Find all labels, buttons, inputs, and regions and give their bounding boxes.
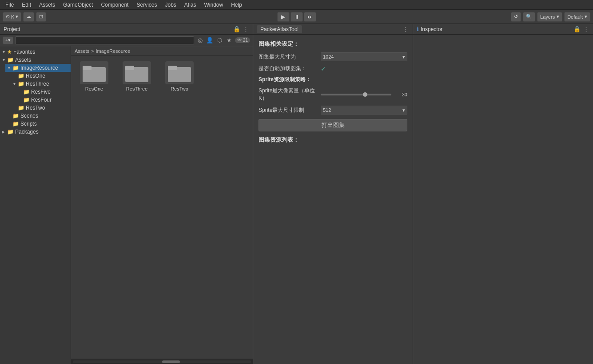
form-row-autoload: 是否自动加载图集： ✓ bbox=[259, 65, 407, 72]
tree-item-scenes[interactable]: 📁 Scenes bbox=[5, 112, 71, 120]
label-resfive: ResFive bbox=[31, 89, 51, 95]
menu-services[interactable]: Services bbox=[133, 1, 160, 9]
search-input[interactable] bbox=[15, 36, 194, 44]
inspector-tab-icons: 🔒 ⋮ bbox=[573, 26, 589, 33]
step-button[interactable]: ⏭ bbox=[304, 12, 316, 22]
play-button[interactable]: ▶ bbox=[277, 12, 290, 22]
history-button[interactable]: ↺ bbox=[511, 12, 521, 22]
step-icon: ⏭ bbox=[307, 14, 313, 20]
file-item-resone[interactable]: ResOne bbox=[76, 61, 112, 91]
label-packages: Packages bbox=[15, 129, 39, 135]
packer-section1-title: 图集相关设定： bbox=[259, 40, 407, 48]
menu-edit[interactable]: Edit bbox=[18, 1, 35, 9]
label-sprite-strategy: Sprite资源限制策略： bbox=[259, 76, 407, 83]
play-icon: ▶ bbox=[281, 14, 285, 20]
layers-chevron-icon: ▾ bbox=[557, 14, 559, 20]
project-tab: Project 🔒 ⋮ bbox=[0, 24, 253, 35]
inspector-more-icon[interactable]: ⋮ bbox=[582, 26, 589, 33]
default-chevron-icon: ▾ bbox=[585, 14, 587, 20]
menu-atlas[interactable]: Atlas bbox=[181, 1, 200, 9]
select-maxsize[interactable]: 1024 ▾ bbox=[321, 52, 407, 61]
tree-item-resfive[interactable]: 📁 ResFive bbox=[16, 88, 71, 96]
folder-icon-resfour: 📁 bbox=[23, 97, 30, 103]
label-imageresource: ImageResource bbox=[20, 65, 58, 71]
file-item-restwo[interactable]: ResTwo bbox=[162, 61, 197, 91]
menu-help[interactable]: Help bbox=[227, 1, 246, 9]
star-filter-icon[interactable]: ★ bbox=[225, 36, 233, 44]
form-row-maxsize: 图集最大尺寸为 1024 ▾ bbox=[259, 52, 407, 61]
tree-item-imageresource[interactable]: ▼ 📁 ImageResource bbox=[5, 64, 71, 72]
main-layout: Project 🔒 ⋮ +▾ ◎ 👤 ⬡ ★ 👁 21 bbox=[0, 24, 593, 364]
breadcrumb-assets[interactable]: Assets bbox=[75, 48, 89, 54]
filter-icon[interactable]: ◎ bbox=[196, 36, 204, 44]
pause-icon: ⏸ bbox=[294, 14, 299, 20]
star-icon: ★ bbox=[7, 49, 12, 55]
svg-rect-3 bbox=[125, 66, 134, 70]
search-button[interactable]: 🔍 bbox=[523, 12, 535, 22]
packer-more-icon[interactable]: ⋮ bbox=[402, 26, 409, 33]
tree-item-packages[interactable]: ▶ 📁 Packages bbox=[0, 128, 71, 136]
menu-file[interactable]: File bbox=[2, 1, 17, 9]
arrow-assets: ▼ bbox=[2, 58, 7, 62]
svg-rect-1 bbox=[83, 66, 92, 70]
default-dropdown[interactable]: Default ▾ bbox=[564, 12, 590, 22]
pause-button[interactable]: ⏸ bbox=[291, 12, 303, 22]
add-button[interactable]: +▾ bbox=[3, 36, 13, 44]
tree-item-scripts[interactable]: 📁 Scripts bbox=[5, 120, 71, 128]
folder-svg-restwo bbox=[168, 63, 191, 82]
packer-panel: PackerAtlasTool ⋮ 图集相关设定： 图集最大尺寸为 1024 ▾… bbox=[253, 24, 413, 364]
tree-item-resthree[interactable]: ▼ 📁 ResThree bbox=[11, 80, 71, 88]
export-button[interactable]: 打出图集 bbox=[259, 119, 407, 131]
menu-component[interactable]: Component bbox=[97, 1, 132, 9]
tree-item-assets[interactable]: ▼ 📁 Assets bbox=[0, 56, 71, 64]
folder-icon-assets: 📁 bbox=[7, 57, 14, 63]
label-resone: ResOne bbox=[26, 73, 45, 79]
scroll-track[interactable] bbox=[73, 360, 251, 363]
tree-item-resfour[interactable]: 📁 ResFour bbox=[16, 96, 71, 104]
lock-icon[interactable]: 🔒 bbox=[233, 26, 240, 33]
value-maxsize: 1024 bbox=[323, 54, 334, 59]
menu-jobs[interactable]: Jobs bbox=[161, 1, 179, 9]
inspector-lock-icon[interactable]: 🔒 bbox=[573, 26, 581, 33]
select-maxdim[interactable]: 512 ▾ bbox=[321, 106, 407, 115]
layers-label: Layers bbox=[540, 14, 555, 20]
person-icon[interactable]: 👤 bbox=[206, 36, 214, 44]
scroll-thumb[interactable] bbox=[162, 360, 180, 363]
account-label: K bbox=[11, 14, 14, 20]
menubar: File Edit Assets GameObject Component Se… bbox=[0, 0, 593, 10]
tree-item-restwo[interactable]: 📁 ResTwo bbox=[11, 104, 71, 112]
collab-button[interactable]: ⊡ bbox=[36, 12, 46, 22]
account-button[interactable]: ⊙ K ▾ bbox=[3, 12, 21, 22]
tag-icon[interactable]: ⬡ bbox=[215, 36, 223, 44]
slider-thumb-maxpixel[interactable] bbox=[363, 92, 367, 97]
folder-thumb-restwo bbox=[165, 61, 194, 84]
cloud-button[interactable]: ☁ bbox=[23, 12, 34, 22]
value-maxpixel: 30 bbox=[394, 92, 407, 97]
arrow-packages: ▶ bbox=[2, 130, 7, 134]
file-tree: ▼ ★ Favorites ▼ 📁 Assets ▼ 📁 ImageResour… bbox=[0, 46, 71, 364]
breadcrumb-imageresource[interactable]: ImageResource bbox=[96, 48, 130, 54]
file-browser: Assets > ImageResource ResOne bbox=[71, 46, 253, 364]
menu-gameobject[interactable]: GameObject bbox=[60, 1, 96, 9]
svg-rect-5 bbox=[168, 66, 177, 70]
menu-window[interactable]: Window bbox=[201, 1, 227, 9]
chevron-down-icon: ▾ bbox=[16, 14, 18, 20]
default-label: Default bbox=[567, 14, 583, 20]
file-grid: ResOne ResThree bbox=[71, 56, 253, 359]
value-maxdim: 512 bbox=[323, 107, 331, 113]
check-autoload[interactable]: ✓ bbox=[321, 65, 326, 72]
label-scenes: Scenes bbox=[20, 113, 38, 119]
menu-assets[interactable]: Assets bbox=[36, 1, 59, 9]
tree-item-favorites[interactable]: ▼ ★ Favorites bbox=[0, 48, 71, 56]
packer-tab-bar: PackerAtlasTool ⋮ bbox=[253, 24, 413, 35]
packer-tab-label[interactable]: PackerAtlasTool bbox=[257, 25, 302, 33]
cloud-icon: ☁ bbox=[26, 14, 31, 20]
layers-dropdown[interactable]: Layers ▾ bbox=[537, 12, 562, 22]
folder-icon-imageresource: 📁 bbox=[12, 65, 19, 71]
eye-icon: 👁 bbox=[237, 38, 242, 43]
file-item-resthree[interactable]: ResThree bbox=[119, 61, 155, 91]
more-icon[interactable]: ⋮ bbox=[242, 26, 249, 33]
tree-item-resone[interactable]: 📁 ResOne bbox=[11, 72, 71, 80]
slider-maxpixel[interactable] bbox=[321, 94, 391, 95]
packer-section3-title: 图集资源列表： bbox=[259, 136, 407, 144]
